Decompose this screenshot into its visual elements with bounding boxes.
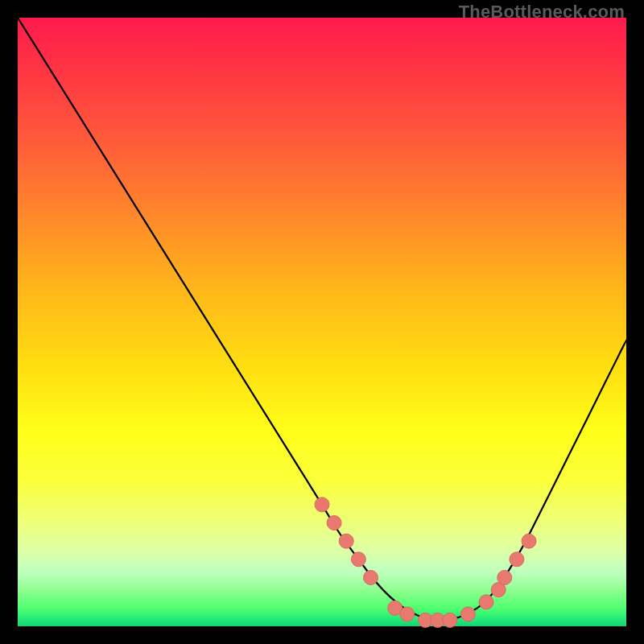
bottleneck-curve [18, 18, 626, 620]
highlight-dot [479, 595, 493, 609]
highlight-dot [364, 571, 378, 585]
highlight-dot [443, 613, 457, 627]
plot-area [18, 18, 626, 626]
highlight-dot [460, 607, 475, 621]
highlight-dot [339, 534, 353, 548]
highlight-dot [351, 552, 365, 567]
chart-svg [18, 18, 626, 626]
highlight-dot [327, 516, 341, 530]
chart-frame: TheBottleneck.com [0, 0, 644, 644]
highlight-dot [497, 571, 512, 585]
highlight-dot [510, 552, 524, 567]
highlight-dot [315, 497, 329, 512]
highlight-dots-group [315, 497, 536, 628]
highlight-dot [400, 607, 415, 621]
highlight-dot [522, 534, 536, 548]
